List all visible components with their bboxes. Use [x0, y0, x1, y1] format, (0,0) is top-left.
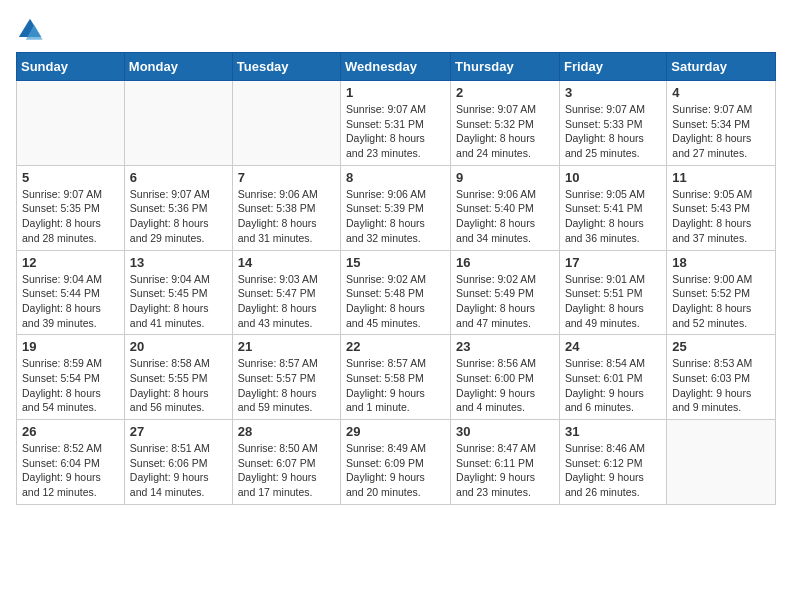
day-cell: 9Sunrise: 9:06 AM Sunset: 5:40 PM Daylig…: [451, 165, 560, 250]
day-cell: 8Sunrise: 9:06 AM Sunset: 5:39 PM Daylig…: [341, 165, 451, 250]
day-info: Sunrise: 8:58 AM Sunset: 5:55 PM Dayligh…: [130, 356, 227, 415]
day-cell: 12Sunrise: 9:04 AM Sunset: 5:44 PM Dayli…: [17, 250, 125, 335]
day-info: Sunrise: 9:04 AM Sunset: 5:45 PM Dayligh…: [130, 272, 227, 331]
day-cell: 6Sunrise: 9:07 AM Sunset: 5:36 PM Daylig…: [124, 165, 232, 250]
day-number: 12: [22, 255, 119, 270]
day-cell: 18Sunrise: 9:00 AM Sunset: 5:52 PM Dayli…: [667, 250, 776, 335]
day-cell: 1Sunrise: 9:07 AM Sunset: 5:31 PM Daylig…: [341, 81, 451, 166]
day-cell: [17, 81, 125, 166]
day-number: 25: [672, 339, 770, 354]
day-cell: 2Sunrise: 9:07 AM Sunset: 5:32 PM Daylig…: [451, 81, 560, 166]
day-cell: 20Sunrise: 8:58 AM Sunset: 5:55 PM Dayli…: [124, 335, 232, 420]
day-cell: 3Sunrise: 9:07 AM Sunset: 5:33 PM Daylig…: [559, 81, 666, 166]
day-cell: 31Sunrise: 8:46 AM Sunset: 6:12 PM Dayli…: [559, 420, 666, 505]
day-cell: 28Sunrise: 8:50 AM Sunset: 6:07 PM Dayli…: [232, 420, 340, 505]
day-number: 14: [238, 255, 335, 270]
day-number: 13: [130, 255, 227, 270]
day-cell: 22Sunrise: 8:57 AM Sunset: 5:58 PM Dayli…: [341, 335, 451, 420]
day-number: 18: [672, 255, 770, 270]
day-number: 10: [565, 170, 661, 185]
day-number: 16: [456, 255, 554, 270]
day-number: 6: [130, 170, 227, 185]
logo: [16, 16, 48, 44]
day-number: 31: [565, 424, 661, 439]
day-info: Sunrise: 9:01 AM Sunset: 5:51 PM Dayligh…: [565, 272, 661, 331]
day-info: Sunrise: 8:49 AM Sunset: 6:09 PM Dayligh…: [346, 441, 445, 500]
day-cell: 27Sunrise: 8:51 AM Sunset: 6:06 PM Dayli…: [124, 420, 232, 505]
day-cell: 17Sunrise: 9:01 AM Sunset: 5:51 PM Dayli…: [559, 250, 666, 335]
day-number: 27: [130, 424, 227, 439]
day-number: 29: [346, 424, 445, 439]
day-cell: 23Sunrise: 8:56 AM Sunset: 6:00 PM Dayli…: [451, 335, 560, 420]
day-cell: 4Sunrise: 9:07 AM Sunset: 5:34 PM Daylig…: [667, 81, 776, 166]
weekday-header-tuesday: Tuesday: [232, 53, 340, 81]
day-info: Sunrise: 9:05 AM Sunset: 5:41 PM Dayligh…: [565, 187, 661, 246]
day-info: Sunrise: 8:59 AM Sunset: 5:54 PM Dayligh…: [22, 356, 119, 415]
day-number: 15: [346, 255, 445, 270]
day-info: Sunrise: 8:53 AM Sunset: 6:03 PM Dayligh…: [672, 356, 770, 415]
week-row-2: 5Sunrise: 9:07 AM Sunset: 5:35 PM Daylig…: [17, 165, 776, 250]
day-info: Sunrise: 9:07 AM Sunset: 5:36 PM Dayligh…: [130, 187, 227, 246]
day-number: 17: [565, 255, 661, 270]
weekday-header-wednesday: Wednesday: [341, 53, 451, 81]
day-info: Sunrise: 8:50 AM Sunset: 6:07 PM Dayligh…: [238, 441, 335, 500]
day-info: Sunrise: 9:02 AM Sunset: 5:48 PM Dayligh…: [346, 272, 445, 331]
day-info: Sunrise: 9:04 AM Sunset: 5:44 PM Dayligh…: [22, 272, 119, 331]
day-info: Sunrise: 9:05 AM Sunset: 5:43 PM Dayligh…: [672, 187, 770, 246]
day-info: Sunrise: 8:46 AM Sunset: 6:12 PM Dayligh…: [565, 441, 661, 500]
weekday-header-monday: Monday: [124, 53, 232, 81]
day-number: 28: [238, 424, 335, 439]
day-number: 30: [456, 424, 554, 439]
day-cell: 10Sunrise: 9:05 AM Sunset: 5:41 PM Dayli…: [559, 165, 666, 250]
day-number: 7: [238, 170, 335, 185]
day-number: 24: [565, 339, 661, 354]
day-cell: 5Sunrise: 9:07 AM Sunset: 5:35 PM Daylig…: [17, 165, 125, 250]
day-number: 8: [346, 170, 445, 185]
day-cell: [232, 81, 340, 166]
day-number: 20: [130, 339, 227, 354]
day-cell: 15Sunrise: 9:02 AM Sunset: 5:48 PM Dayli…: [341, 250, 451, 335]
day-info: Sunrise: 8:47 AM Sunset: 6:11 PM Dayligh…: [456, 441, 554, 500]
day-cell: 29Sunrise: 8:49 AM Sunset: 6:09 PM Dayli…: [341, 420, 451, 505]
day-cell: 11Sunrise: 9:05 AM Sunset: 5:43 PM Dayli…: [667, 165, 776, 250]
day-cell: [124, 81, 232, 166]
day-info: Sunrise: 9:06 AM Sunset: 5:38 PM Dayligh…: [238, 187, 335, 246]
day-number: 19: [22, 339, 119, 354]
day-number: 22: [346, 339, 445, 354]
day-info: Sunrise: 9:07 AM Sunset: 5:35 PM Dayligh…: [22, 187, 119, 246]
week-row-3: 12Sunrise: 9:04 AM Sunset: 5:44 PM Dayli…: [17, 250, 776, 335]
day-cell: 26Sunrise: 8:52 AM Sunset: 6:04 PM Dayli…: [17, 420, 125, 505]
day-number: 1: [346, 85, 445, 100]
header: [16, 16, 776, 44]
logo-icon: [16, 16, 44, 44]
day-info: Sunrise: 8:57 AM Sunset: 5:58 PM Dayligh…: [346, 356, 445, 415]
day-number: 9: [456, 170, 554, 185]
day-cell: 21Sunrise: 8:57 AM Sunset: 5:57 PM Dayli…: [232, 335, 340, 420]
week-row-1: 1Sunrise: 9:07 AM Sunset: 5:31 PM Daylig…: [17, 81, 776, 166]
day-number: 23: [456, 339, 554, 354]
weekday-header-thursday: Thursday: [451, 53, 560, 81]
day-cell: 13Sunrise: 9:04 AM Sunset: 5:45 PM Dayli…: [124, 250, 232, 335]
weekday-header-row: SundayMondayTuesdayWednesdayThursdayFrid…: [17, 53, 776, 81]
day-info: Sunrise: 9:06 AM Sunset: 5:39 PM Dayligh…: [346, 187, 445, 246]
day-info: Sunrise: 8:52 AM Sunset: 6:04 PM Dayligh…: [22, 441, 119, 500]
day-number: 2: [456, 85, 554, 100]
day-info: Sunrise: 8:57 AM Sunset: 5:57 PM Dayligh…: [238, 356, 335, 415]
day-cell: 30Sunrise: 8:47 AM Sunset: 6:11 PM Dayli…: [451, 420, 560, 505]
day-info: Sunrise: 8:54 AM Sunset: 6:01 PM Dayligh…: [565, 356, 661, 415]
weekday-header-saturday: Saturday: [667, 53, 776, 81]
day-cell: 24Sunrise: 8:54 AM Sunset: 6:01 PM Dayli…: [559, 335, 666, 420]
day-cell: 16Sunrise: 9:02 AM Sunset: 5:49 PM Dayli…: [451, 250, 560, 335]
day-cell: [667, 420, 776, 505]
day-number: 11: [672, 170, 770, 185]
day-info: Sunrise: 9:07 AM Sunset: 5:34 PM Dayligh…: [672, 102, 770, 161]
page-container: SundayMondayTuesdayWednesdayThursdayFrid…: [0, 0, 792, 521]
day-number: 26: [22, 424, 119, 439]
day-info: Sunrise: 9:06 AM Sunset: 5:40 PM Dayligh…: [456, 187, 554, 246]
day-cell: 25Sunrise: 8:53 AM Sunset: 6:03 PM Dayli…: [667, 335, 776, 420]
week-row-5: 26Sunrise: 8:52 AM Sunset: 6:04 PM Dayli…: [17, 420, 776, 505]
day-info: Sunrise: 9:00 AM Sunset: 5:52 PM Dayligh…: [672, 272, 770, 331]
day-info: Sunrise: 9:02 AM Sunset: 5:49 PM Dayligh…: [456, 272, 554, 331]
day-number: 4: [672, 85, 770, 100]
week-row-4: 19Sunrise: 8:59 AM Sunset: 5:54 PM Dayli…: [17, 335, 776, 420]
